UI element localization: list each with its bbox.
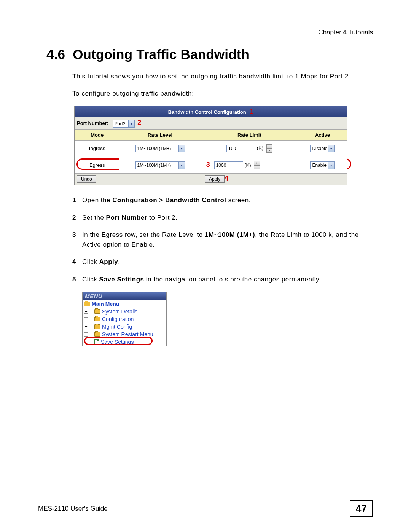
ingress-active-select[interactable]: Disable ▾ [310,145,335,152]
menu-configuration[interactable]: + Configuration [83,315,166,323]
menu-system-restart[interactable]: + System Restart Menu [83,331,166,338]
chevron-down-icon: ▾ [328,145,334,152]
egress-rate-unit: (K) [244,162,251,168]
folder-icon [94,317,100,321]
ingress-spin-down[interactable]: - [266,149,272,153]
menu-save-settings[interactable]: Save Settings [83,338,166,346]
page-footer: MES-2110 User's Guide 47 [38,497,373,517]
step-5: 5 Click Save Settings in the navigation … [72,275,373,284]
footer-rule [38,497,373,497]
expand-icon[interactable]: + [84,310,88,314]
chevron-down-icon: ▾ [128,120,134,127]
table-header-row: Mode Rate Level Rate Limit Active [75,129,347,140]
chapter-label: Chapter 4 Tutorials [38,29,373,36]
callout-1: 1 [250,108,253,115]
bandwidth-figure: Bandwidth Control Configuration 1 Port N… [74,106,373,185]
egress-spin-down[interactable]: - [254,165,260,169]
steps-list: 1 Open the Configuration > Bandwidth Con… [72,195,373,284]
ingress-mode: Ingress [75,140,119,157]
step-1: 1 Open the Configuration > Bandwidth Con… [72,195,373,205]
egress-spin-up[interactable]: + [254,161,260,165]
menu-figure: MENU Main Menu + System Details + Config… [82,292,167,346]
egress-mode: Egress [89,162,105,168]
ingress-rate-level-select[interactable]: 1M~100M (1M+) ▾ [135,145,185,152]
chevron-down-icon: ▾ [328,162,334,169]
col-rate-limit: Rate Limit [201,129,298,140]
folder-icon [94,324,100,329]
port-row: Port Number: Port2 ▾ 2 [75,117,347,129]
section-number: 4.6 [46,47,65,62]
chevron-down-icon: ▾ [178,145,185,152]
expand-icon[interactable]: + [84,317,88,321]
menu-mgmt-config[interactable]: + Mgmt Config [83,323,166,331]
undo-button[interactable]: Undo [77,175,96,183]
ingress-rate-limit-input[interactable]: 100 [226,145,255,152]
expand-icon[interactable]: + [84,332,88,337]
port-number-label: Port Number: [77,120,108,126]
footer-guide-name: MES-2110 User's Guide [38,505,108,513]
apply-button[interactable]: Apply [205,175,225,183]
panel-bottom-row: Undo Apply 4 [75,174,347,185]
egress-rate-limit-input[interactable]: 1000 [214,161,243,169]
ingress-rate-unit: (K) [257,145,263,151]
section-heading: Outgoing Traffic Bandwidth [73,47,249,62]
egress-active-select[interactable]: Enable ▾ [310,161,335,169]
callout-4: 4 [225,174,228,182]
intro-paragraph-2: To configure outgoing traffic bandwidth: [72,89,369,99]
folder-icon [84,302,90,306]
chevron-down-icon: ▾ [178,162,185,169]
menu-main[interactable]: Main Menu [83,300,166,308]
egress-rate-level-select[interactable]: 1M~100M (1M+) ▾ [135,161,185,169]
egress-spinner: + - [254,161,260,169]
folder-icon [94,309,100,314]
step-4: 4 Click Apply. [72,257,373,267]
page-icon [94,339,99,345]
intro-paragraph-1: This tutorial shows you how to set the o… [72,72,369,81]
callout-2: 2 [137,119,141,126]
port-number-select[interactable]: Port2 ▾ [113,120,135,128]
menu-system-details[interactable]: + System Details [83,308,166,315]
panel-title-bar: Bandwidth Control Configuration 1 [75,106,347,117]
step-3: 3 In the Egress row, set the Rate Level … [72,230,373,249]
col-mode: Mode [75,129,119,140]
panel-title: Bandwidth Control Configuration [168,109,246,115]
step-2: 2 Set the Port Number to Port 2. [72,213,373,223]
menu-heading: MENU [83,292,166,300]
port-number-value: Port2 [115,121,126,126]
folder-icon [94,332,100,337]
ingress-row: Ingress 1M~100M (1M+) ▾ 100 (K) + [75,140,347,157]
egress-row: Egress 1M~100M (1M+) ▾ 3 10 [75,157,347,174]
ingress-spin-up[interactable]: + [266,144,272,149]
page-number: 47 [350,500,373,517]
bandwidth-table: Mode Rate Level Rate Limit Active Ingres… [75,129,347,174]
expand-icon[interactable]: + [84,325,88,329]
callout-3: 3 [206,161,210,168]
col-rate-level: Rate Level [119,129,201,140]
section-title: 4.6 Outgoing Traffic Bandwidth [46,47,373,62]
header-rule [38,26,373,26]
col-active: Active [298,129,347,140]
ingress-spinner: + - [266,144,272,153]
